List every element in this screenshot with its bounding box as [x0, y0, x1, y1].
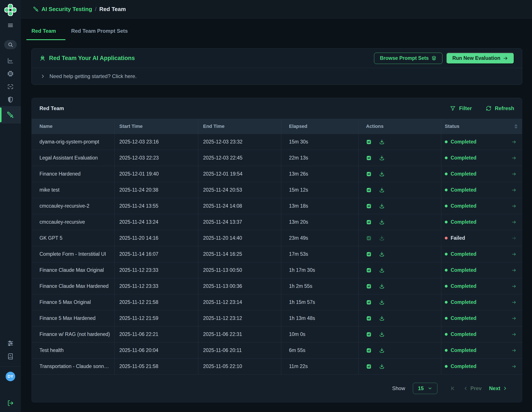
table-row[interactable]: Finance Claude Max Hardened 2025-11-12 2… — [32, 278, 522, 294]
report-icon[interactable] — [366, 219, 372, 225]
sidebar-item-settings[interactable] — [0, 337, 21, 350]
page-size-select[interactable]: 15 — [413, 383, 437, 394]
download-icon[interactable] — [379, 251, 385, 257]
logout-icon[interactable] — [7, 400, 14, 406]
row-actions — [359, 262, 441, 278]
download-icon[interactable] — [379, 364, 385, 369]
table-row[interactable]: Finance Claude Max Original 2025-11-12 2… — [32, 262, 522, 278]
filter-button[interactable]: Filter — [450, 105, 472, 111]
prev-page-button[interactable]: Prev — [463, 385, 482, 391]
help-row[interactable]: Need help getting started? Click here. — [32, 68, 522, 84]
download-icon[interactable] — [379, 171, 385, 177]
download-icon[interactable] — [379, 235, 385, 241]
app-logo-icon[interactable] — [4, 4, 17, 16]
open-run-arrow-icon[interactable] — [511, 220, 517, 225]
open-run-arrow-icon[interactable] — [511, 252, 517, 257]
table-row[interactable]: Finance w/ RAG (not hardened) 2025-11-06… — [32, 326, 522, 342]
table-header-row: Name Start Time End Time Elapsed Actions… — [32, 119, 522, 134]
first-page-button[interactable] — [450, 385, 456, 391]
report-icon[interactable] — [366, 235, 372, 241]
row-elapsed: 6m 55s — [281, 342, 359, 358]
download-icon[interactable] — [379, 332, 385, 337]
table-row[interactable]: cmccauley-recursive-2 2025-11-24 13:55 2… — [32, 198, 522, 214]
status-dot — [445, 205, 448, 207]
report-icon[interactable] — [366, 316, 372, 321]
browse-prompt-sets-button[interactable]: Browse Prompt Sets — [374, 53, 442, 64]
report-icon[interactable] — [366, 251, 372, 257]
table-row[interactable]: Finance 5 Max Original 2025-11-12 21:58 … — [32, 294, 522, 310]
status-label: Completed — [451, 187, 476, 193]
breadcrumb-section[interactable]: AI Security Testing — [33, 6, 92, 13]
download-icon[interactable] — [379, 203, 385, 209]
open-run-arrow-icon[interactable] — [511, 316, 517, 321]
table-row[interactable]: Transportation - Claude sonnet ... 2025-… — [32, 358, 522, 375]
report-icon[interactable] — [366, 203, 372, 209]
report-icon[interactable] — [366, 284, 372, 289]
row-start-time: 2025-11-06 22:21 — [114, 326, 198, 342]
report-icon[interactable] — [366, 364, 372, 369]
tab-red-team-prompt-sets[interactable]: Red Team Prompt Sets — [71, 28, 128, 40]
download-icon[interactable] — [379, 348, 385, 353]
breadcrumb-current: Red Team — [99, 6, 126, 13]
row-name: Transportation - Claude sonnet ... — [32, 358, 114, 374]
row-end-time: 2025-11-13 00:36 — [198, 278, 281, 294]
download-icon[interactable] — [379, 219, 385, 225]
table-row[interactable]: Finance Hardened 2025-12-01 19:40 2025-1… — [32, 166, 522, 182]
download-icon[interactable] — [379, 284, 385, 289]
sidebar-item-red-team[interactable] — [0, 106, 21, 124]
table-row[interactable]: Complete Form - Interstitial UI 2025-11-… — [32, 246, 522, 262]
report-icon[interactable] — [366, 267, 372, 273]
open-run-arrow-icon[interactable] — [511, 284, 517, 289]
table-row[interactable]: Test health 2025-11-06 20:04 2025-11-06 … — [32, 342, 522, 358]
sidebar-item-search[interactable] — [0, 41, 21, 54]
tab-red-team[interactable]: Red Team — [31, 28, 56, 40]
sidebar-item-docs[interactable] — [0, 350, 21, 363]
table-row[interactable]: mike test 2025-11-24 20:38 2025-11-24 20… — [32, 182, 522, 198]
table-row[interactable]: Finance 5 Max Hardened 2025-11-12 21:59 … — [32, 310, 522, 326]
refresh-button[interactable]: Refresh — [486, 105, 514, 111]
row-start-time: 2025-11-14 16:07 — [114, 246, 198, 262]
open-run-arrow-icon[interactable] — [511, 156, 517, 161]
sidebar-item-ai-models[interactable]: AI — [0, 67, 21, 80]
table-row[interactable]: cmccauley-recursive 2025-11-24 13:24 202… — [32, 214, 522, 230]
column-header-elapsed: Elapsed — [281, 119, 359, 134]
report-icon[interactable] — [366, 348, 372, 353]
report-icon[interactable] — [366, 300, 372, 305]
open-run-arrow-icon[interactable] — [511, 348, 517, 353]
table-row[interactable]: Legal Assistant Evaluation 2025-12-03 22… — [32, 150, 522, 166]
download-icon[interactable] — [379, 187, 385, 193]
report-icon[interactable] — [366, 171, 372, 177]
download-icon[interactable] — [379, 316, 385, 321]
download-icon[interactable] — [379, 155, 385, 161]
sidebar-item-security[interactable] — [0, 93, 21, 106]
sidebar-item-scan[interactable] — [0, 80, 21, 93]
table-row[interactable]: GK GPT 5 2025-11-20 14:16 2025-11-20 14:… — [32, 230, 522, 246]
report-icon[interactable] — [366, 139, 372, 145]
open-run-arrow-icon[interactable] — [511, 364, 517, 369]
open-run-arrow-icon[interactable] — [511, 203, 517, 209]
row-elapsed: 13m 26s — [281, 166, 359, 182]
report-icon[interactable] — [366, 155, 372, 161]
row-start-time: 2025-12-03 23:16 — [114, 134, 198, 150]
open-run-arrow-icon[interactable] — [511, 171, 517, 177]
download-icon[interactable] — [379, 267, 385, 273]
next-page-button[interactable]: Next — [489, 385, 508, 391]
row-actions — [359, 326, 441, 342]
run-new-evaluation-button[interactable]: Run New Evaluation — [446, 53, 514, 64]
first-page-icon — [450, 385, 456, 391]
open-run-arrow-icon[interactable] — [511, 268, 517, 273]
sidebar-item-analytics[interactable] — [0, 54, 21, 67]
open-run-arrow-icon[interactable] — [511, 332, 517, 337]
download-icon[interactable] — [379, 139, 385, 145]
sort-icon[interactable] — [514, 124, 518, 129]
menu-icon[interactable] — [7, 22, 14, 29]
open-run-arrow-icon[interactable] — [511, 300, 517, 305]
open-run-arrow-icon[interactable] — [511, 139, 517, 145]
report-icon[interactable] — [366, 332, 372, 337]
download-icon[interactable] — [379, 300, 385, 305]
avatar[interactable]: DY — [6, 372, 15, 381]
open-run-arrow-icon[interactable] — [511, 187, 517, 193]
report-icon[interactable] — [366, 187, 372, 193]
table-row[interactable]: dyama-orig-system-prompt 2025-12-03 23:1… — [32, 134, 522, 150]
open-run-arrow-icon[interactable] — [511, 236, 517, 241]
